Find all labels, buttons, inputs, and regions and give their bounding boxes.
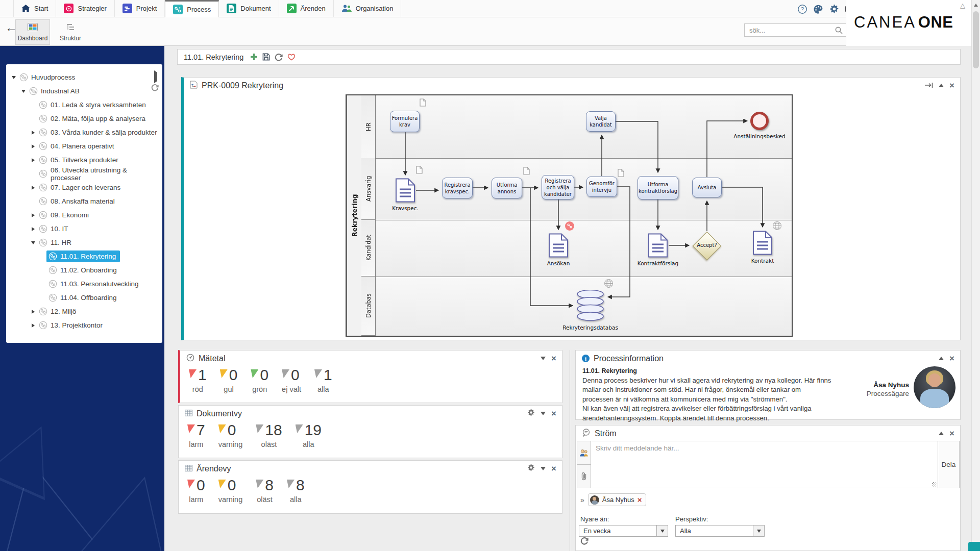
theme-palette-icon[interactable]: [813, 4, 823, 14]
tree-right-arrow-icon[interactable]: [30, 131, 37, 135]
tree-item-03-varda-kunder-salja-produkter[interactable]: 03. Vårda kunder & sälja produkter: [6, 126, 162, 139]
stat-alla[interactable]: 19alla: [296, 421, 322, 448]
close-panel-icon[interactable]: ×: [551, 354, 556, 363]
stat-varning[interactable]: 0varning: [218, 477, 243, 504]
bpmn-document-ansokan[interactable]: [548, 233, 569, 260]
bpmn-task-avsluta[interactable]: Avsluta: [692, 178, 722, 197]
tree-item-11-02-onboarding[interactable]: 11.02. Onboarding: [6, 263, 162, 277]
process-link-icon[interactable]: [565, 221, 574, 231]
add-icon[interactable]: [250, 53, 258, 61]
search-icon[interactable]: [835, 27, 843, 36]
vertical-scrollbar[interactable]: [971, 0, 980, 551]
scroll-up-icon[interactable]: [974, 4, 978, 7]
view-tab-struktur[interactable]: Struktur: [53, 19, 88, 45]
share-button[interactable]: Dela: [938, 441, 959, 488]
tree-item-08-anskaffa-material[interactable]: 08. Anskaffa material: [6, 194, 162, 208]
tree-down-arrow-icon[interactable]: [10, 76, 17, 79]
tree-right-arrow-icon[interactable]: [30, 227, 37, 231]
stat-ej-valt[interactable]: 0ej valt: [282, 366, 301, 393]
stat-gul[interactable]: 0gul: [220, 366, 238, 393]
settings-gear-icon[interactable]: [829, 4, 839, 14]
close-panel-icon[interactable]: ×: [949, 354, 954, 363]
tree-item-10-it[interactable]: 10. IT: [6, 222, 162, 236]
stat-larm[interactable]: 0larm: [187, 477, 205, 504]
scroll-thumb[interactable]: [973, 11, 979, 68]
stat-rod[interactable]: 1röd: [189, 366, 207, 393]
tree-item-11-01-rekrytering[interactable]: 11.01. Rekrytering: [6, 249, 162, 263]
tree-item-12-miljo[interactable]: 12. Miljö: [6, 305, 162, 318]
settings-gear-icon[interactable]: [527, 464, 535, 473]
save-icon[interactable]: [262, 53, 270, 61]
tree-item-06-utveckla-utrustning-processer[interactable]: 06. Utveckla utrustning & processer: [6, 167, 162, 181]
globe-icon[interactable]: [772, 221, 782, 233]
collapse-panel-icon[interactable]: [939, 357, 944, 360]
tree-item-01-leda-styra-verksamheten[interactable]: 01. Leda & styra verksamheten: [6, 98, 162, 112]
stat-larm[interactable]: 7larm: [187, 421, 205, 448]
tab-arenden[interactable]: Ärenden: [279, 0, 334, 17]
stat-olast[interactable]: 18oläst: [256, 421, 282, 448]
page-icon[interactable]: [523, 167, 530, 177]
remove-recipient-icon[interactable]: ×: [638, 496, 642, 504]
tree-item-02-mata-folja-upp-analysera[interactable]: 02. Mäta, följa upp & analysera: [6, 112, 162, 126]
tree-item-11-03-personalutveckling[interactable]: 11.03. Personalutveckling: [6, 277, 162, 291]
stat-gron[interactable]: 0grön: [251, 366, 268, 393]
view-tab-dashboard[interactable]: Dashboard: [15, 19, 50, 45]
add-recipient-icon[interactable]: [577, 441, 591, 465]
dropdown-arrow-icon[interactable]: [656, 525, 668, 536]
stat-olast[interactable]: 8oläst: [256, 477, 274, 504]
tree-right-arrow-icon[interactable]: [30, 310, 37, 314]
perspective-select[interactable]: Alla: [675, 525, 765, 537]
tree-right-arrow-icon[interactable]: [30, 213, 37, 217]
tree-right-arrow-icon[interactable]: [30, 186, 37, 190]
stat-alla[interactable]: 1alla: [314, 366, 332, 393]
tab-strategier[interactable]: Strategier: [56, 0, 114, 17]
bpmn-document-kravspec[interactable]: [395, 178, 415, 205]
bpmn-task-registrera-och-valja-kandidater[interactable]: Registrera och välja kandidater: [542, 175, 574, 199]
stat-varning[interactable]: 0varning: [218, 421, 243, 448]
bpmn-task-utforma-kontraktforslag[interactable]: Utforma kontraktförslag: [638, 176, 678, 199]
favorite-heart-icon[interactable]: [287, 53, 296, 61]
close-panel-icon[interactable]: ×: [551, 464, 556, 473]
search-input[interactable]: [744, 23, 847, 37]
tree-down-arrow-icon[interactable]: [20, 90, 27, 93]
bpmn-end-event-anstallningsbesked[interactable]: [750, 112, 769, 130]
bpmn-task-formulera-krav[interactable]: Formulera krav: [390, 111, 420, 132]
collapse-panel-icon[interactable]: [939, 432, 944, 435]
tree-item-09-ekonomi[interactable]: 09. Ekonomi: [6, 208, 162, 222]
newer-than-select[interactable]: En vecka: [579, 525, 668, 537]
bpmn-task-utforma-annons[interactable]: Utforma annons: [492, 178, 522, 198]
page-icon[interactable]: [416, 166, 423, 176]
tree-item-industrial-ab[interactable]: Industrial AB: [6, 84, 162, 98]
tab-organisation[interactable]: Organisation: [334, 0, 402, 17]
message-input[interactable]: [591, 441, 938, 488]
column-divider[interactable]: [570, 350, 570, 551]
tree-item-11-04-offboarding[interactable]: 11.04. Offboarding: [6, 291, 162, 305]
help-icon[interactable]: ?: [797, 4, 807, 14]
stream-refresh-icon[interactable]: [580, 537, 589, 547]
owner-avatar[interactable]: [914, 366, 955, 408]
recipient-chip[interactable]: Åsa Nyhus ×: [588, 493, 647, 506]
attachment-paperclip-icon[interactable]: [577, 465, 591, 488]
tree-right-arrow-icon[interactable]: [30, 323, 37, 328]
page-icon[interactable]: [420, 98, 426, 109]
collapse-header-icon[interactable]: △: [960, 2, 965, 9]
tree-item-huvudprocess[interactable]: Huvudprocess: [6, 70, 162, 84]
collapse-panel-icon[interactable]: [541, 412, 546, 415]
tree-down-arrow-icon[interactable]: [30, 241, 37, 244]
bpmn-document-kontraktforslag[interactable]: [648, 233, 668, 260]
tree-item-04-planera-operativt[interactable]: 04. Planera operativt: [6, 139, 162, 153]
refresh-icon[interactable]: [275, 53, 283, 61]
stat-alla[interactable]: 8alla: [287, 477, 305, 504]
globe-icon[interactable]: [604, 279, 614, 290]
tab-projekt[interactable]: Projekt: [115, 0, 165, 17]
page-icon[interactable]: [618, 169, 624, 179]
chat-widget-corner[interactable]: [968, 542, 980, 551]
collapse-panel-icon[interactable]: [541, 467, 546, 470]
tree-expand-icon[interactable]: [154, 72, 157, 82]
collapse-panel-icon[interactable]: [939, 84, 944, 87]
tab-process[interactable]: Process: [165, 0, 219, 17]
resize-grip[interactable]: [932, 482, 937, 487]
close-panel-icon[interactable]: ×: [949, 81, 954, 90]
tree-right-arrow-icon[interactable]: [30, 144, 37, 148]
bpmn-document-kontrakt[interactable]: [752, 231, 773, 257]
